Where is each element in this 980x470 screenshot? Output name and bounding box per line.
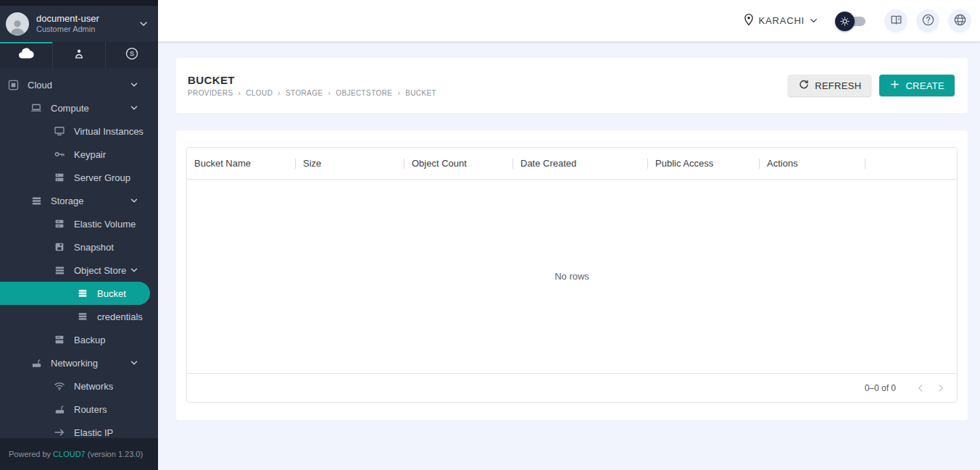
language-button[interactable] [948,9,971,33]
cloud-icon [17,45,35,65]
sidebar-item-label: Virtual Instances [74,126,158,137]
wifi-icon [52,379,67,393]
region-label: KARACHI [759,15,805,26]
sidebar-item-label: Elastic IP [74,427,158,438]
sidebar-top-strip [0,0,158,6]
billing-icon: S [125,46,139,64]
breadcrumb-separator: › [238,89,241,97]
tab-cloud[interactable] [0,42,52,68]
refresh-label: REFRESH [815,80,861,91]
backup-icon [52,332,67,347]
book-icon [889,13,903,29]
chevron-down-icon [129,196,139,206]
sidebar-item-label: Snapshot [74,242,158,253]
column-header-size[interactable]: Size [296,148,404,179]
page-title: BUCKET [188,74,436,86]
grid-pagination: 0–0 of 0 [187,373,957,402]
plus-icon [889,79,900,92]
sidebar-item-label: Elastic Volume [74,219,158,230]
sidebar-item-elastic-ip[interactable]: Elastic IP [0,421,158,438]
user-menu[interactable]: document-user Customer Admin [0,6,158,42]
sidebar-item-cloud[interactable]: Cloud [0,73,158,96]
sidebar-item-label: Object Store [74,265,129,276]
monitor-icon [52,124,67,138]
brand-link[interactable]: CLOUD7 [53,450,86,458]
sidebar-item-label: Server Group [74,172,158,183]
breadcrumb-item[interactable]: OBJECTSTORE [336,89,392,97]
bucket-list-icon [75,286,90,301]
docs-button[interactable] [884,9,908,33]
breadcrumb-item[interactable]: CLOUD [246,89,273,97]
data-grid: Bucket Name Size Object Count Date Creat… [186,147,958,403]
chevron-down-icon [129,265,139,275]
version-text: (version 1.23.0) [88,450,143,458]
column-header-date-created[interactable]: Date Created [513,148,648,179]
help-button[interactable] [916,9,939,33]
create-label: CREATE [905,80,944,91]
person-icon [72,46,86,64]
sidebar-item-networks[interactable]: Networks [0,374,158,398]
sidebar-item-server-group[interactable]: Server Group [0,166,158,189]
breadcrumb-separator: › [397,89,400,97]
user-name: document-user [36,13,130,25]
column-header-bucket-name[interactable]: Bucket Name [187,148,296,179]
sidebar-nav: Cloud Compute Virtual Instances Keypair … [0,68,158,438]
region-picker[interactable]: KARACHI [742,13,819,29]
sidebar-item-networking[interactable]: Networking [0,351,158,374]
main-area: KARACHI [158,0,980,470]
column-header-object-count[interactable]: Object Count [404,148,513,179]
column-header-public-access[interactable]: Public Access [648,148,760,179]
title-block: BUCKET PROVIDERS › CLOUD › STORAGE › OBJ… [188,74,436,97]
sidebar-item-label: Networks [74,381,158,392]
breadcrumb-separator: › [278,89,281,97]
theme-toggle[interactable] [835,10,868,32]
column-header-actions[interactable]: Actions [760,148,865,179]
router-icon [52,402,67,416]
page-range-label: 0–0 of 0 [865,383,896,393]
tab-billing[interactable]: S [105,42,158,68]
breadcrumb: PROVIDERS › CLOUD › STORAGE › OBJECTSTOR… [188,89,436,97]
previous-page-button[interactable] [910,378,931,398]
snapshot-icon [52,240,67,254]
globe-icon [953,13,967,29]
module-tabs: S [0,42,158,68]
storage-lines-icon [29,193,43,208]
credentials-list-icon [75,309,90,324]
sun-icon [835,12,855,31]
sidebar-item-virtual-instances[interactable]: Virtual Instances [0,119,158,143]
grid-body: No rows [187,180,957,373]
sidebar-item-bucket[interactable]: Bucket [0,282,150,305]
chevron-down-icon [808,15,819,26]
sidebar-item-elastic-volume[interactable]: Elastic Volume [0,212,158,235]
column-header-filler [865,148,957,179]
create-button[interactable]: CREATE [879,75,955,96]
breadcrumb-item[interactable]: STORAGE [286,89,323,97]
content-area: BUCKET PROVIDERS › CLOUD › STORAGE › OBJ… [158,41,980,470]
breadcrumb-separator: › [328,89,331,97]
sidebar-item-snapshot[interactable]: Snapshot [0,235,158,259]
topbar: KARACHI [158,0,980,41]
question-icon [921,13,935,29]
sidebar-item-compute[interactable]: Compute [0,96,158,119]
next-page-button[interactable] [931,378,951,398]
server-group-icon [52,170,67,185]
sidebar-item-label: Keypair [74,149,158,160]
sidebar-item-object-store[interactable]: Object Store [0,259,158,282]
empty-state-text: No rows [555,271,589,282]
volume-icon [52,217,67,231]
sidebar-item-label: Bucket [97,288,150,299]
sidebar-item-backup[interactable]: Backup [0,328,158,351]
svg-text:S: S [130,50,134,57]
grid-header-row: Bucket Name Size Object Count Date Creat… [187,148,957,180]
sidebar-item-storage[interactable]: Storage [0,189,158,212]
breadcrumb-item[interactable]: PROVIDERS [188,89,233,97]
breadcrumb-item[interactable]: BUCKET [405,89,436,97]
tab-users[interactable] [52,42,105,68]
refresh-button[interactable]: REFRESH [788,75,871,96]
cloud-module-icon [6,77,20,92]
sidebar-item-keypair[interactable]: Keypair [0,143,158,166]
chevron-down-icon [138,18,149,30]
sidebar-item-credentials[interactable]: credentials [0,305,158,328]
user-role: Customer Admin [36,25,130,35]
sidebar-item-routers[interactable]: Routers [0,398,158,421]
